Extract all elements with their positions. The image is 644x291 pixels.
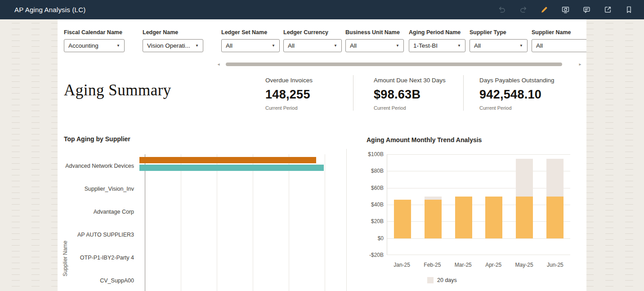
trend-x-axis: Jan-25Feb-25Mar-25Apr-25May-25Jun-25: [387, 262, 570, 268]
filter-ledger-currency: Ledger CurrencyAll▼: [283, 29, 342, 52]
redo-icon: [519, 6, 527, 13]
filter-aging-period-name: Aging Period Name1-Test-BI▼: [409, 29, 465, 52]
chevron-down-icon: ▼: [116, 44, 120, 48]
page-background: AP Aging Analysis (LC) Fiscal Calendar N…: [0, 0, 644, 291]
trend-y-tick: $100B: [368, 151, 384, 157]
trend-bar-group: [546, 159, 564, 238]
scrollbar-thumb[interactable]: [226, 63, 562, 66]
bookmark-icon: [625, 6, 633, 13]
filter-dropdown-aging-period-name[interactable]: 1-Test-BI▼: [409, 39, 465, 52]
trend-bar-segment-current[interactable]: [394, 200, 411, 238]
comments-button[interactable]: [582, 5, 591, 14]
supplier-category-label: Advanced Network Devices: [58, 163, 139, 169]
filter-dropdown-fiscal-calendar-name[interactable]: Accounting▼: [64, 39, 125, 52]
bookmark-button[interactable]: [624, 5, 633, 14]
filter-business-unit-name: Business Unit NameAll▼: [345, 29, 404, 52]
kpi-value: $98.63B: [374, 88, 463, 102]
kpi-value: 148,255: [265, 88, 353, 102]
export-button[interactable]: [603, 5, 612, 14]
trend-bar-group: [394, 200, 411, 238]
kpi-label: Amount Due Next 30 Days: [374, 77, 463, 84]
filter-supplier-name: Supplier NameAll▼: [532, 29, 586, 52]
trend-x-tick: Jan-25: [394, 262, 410, 268]
refresh-data-icon: [562, 6, 569, 13]
trend-legend: 20 days: [427, 277, 586, 283]
supplier-chart: Top Aging by Supplier Advanced Network D…: [58, 133, 346, 291]
chevron-down-icon: ▼: [519, 44, 523, 48]
filter-selected-value: Accounting: [68, 42, 114, 49]
scroll-left-icon[interactable]: ◂: [216, 62, 221, 67]
redo-button[interactable]: [519, 5, 528, 14]
filter-dropdown-business-unit-name[interactable]: All▼: [345, 39, 404, 52]
supplier-bar-overdue-amount[interactable]: [139, 165, 324, 171]
chevron-down-icon: ▼: [396, 44, 399, 48]
filter-label: Ledger Set Name: [221, 29, 280, 36]
refresh-data-button[interactable]: [561, 5, 570, 14]
trend-x-tick: Feb-25: [424, 262, 441, 268]
supplier-bar-aging-amount[interactable]: [139, 157, 316, 163]
trend-bar-segment-current[interactable]: [546, 197, 564, 238]
scroll-right-icon[interactable]: ▸: [577, 62, 583, 67]
app-header: AP Aging Analysis (LC): [0, 0, 644, 19]
kpi-amount-due-next-30-days: Amount Due Next 30 Days$98.63BCurrent Pe…: [353, 75, 463, 111]
trend-x-tick: Jun-25: [547, 262, 564, 268]
supplier-category-label: Supplier_Vision_Inv: [58, 186, 139, 192]
kpi-value: 942,548.10: [479, 88, 586, 102]
trend-bar-segment-current[interactable]: [455, 197, 472, 238]
supplier-row-bars: [139, 154, 346, 177]
trend-bar-segment-current[interactable]: [485, 197, 502, 238]
filter-fiscal-calendar-name: Fiscal Calendar NameAccounting▼: [64, 29, 125, 52]
kpi-days-payables-outstanding: Days Payables Outstanding942,548.10Curre…: [463, 75, 586, 111]
trend-chart: Aging Amount Monthly Trend Analysis $100…: [367, 136, 586, 283]
scrollbar-track[interactable]: [221, 61, 577, 67]
trend-bar-group: [425, 197, 442, 238]
kpi-overdue-invoices: Overdue Invoices148,255Current Period: [265, 75, 353, 111]
trend-y-tick: -$20B: [369, 252, 384, 258]
filter-dropdown-supplier-type[interactable]: All▼: [470, 39, 528, 52]
edit-button[interactable]: [540, 5, 549, 14]
supplier-chart-title: Top Aging by Supplier: [64, 135, 130, 143]
trend-x-tick: May-25: [515, 262, 533, 268]
trend-bar-group: [485, 197, 502, 238]
trend-bar-segment-current[interactable]: [516, 197, 533, 238]
trend-y-axis: $100B$80B$60B$40B$20B$0-$20B: [367, 154, 384, 255]
supplier-row-bars: [139, 246, 346, 269]
report-title: AP Aging Analysis (LC): [14, 6, 85, 13]
supplier-row: Supplier_Vision_Inv: [58, 177, 346, 200]
kpi-label: Days Payables Outstanding: [479, 77, 586, 84]
filter-ledger-name: Ledger NameVision Operati...▼: [143, 29, 203, 52]
trend-y-tick: $40B: [371, 201, 384, 208]
supplier-category-label: AP AUTO SUPPLIER3: [58, 232, 139, 238]
trend-bar-group: [455, 197, 472, 238]
supplier-row: Advantage Corp: [58, 200, 346, 223]
supplier-category-label: CV_SuppA00: [58, 278, 139, 284]
filter-dropdown-ledger-set-name[interactable]: All▼: [221, 39, 280, 52]
filter-label: Business Unit Name: [345, 29, 404, 36]
filter-scrollbar[interactable]: ◂ ▸: [216, 61, 583, 67]
supplier-row-bars: [139, 223, 346, 246]
filter-selected-value: All: [350, 42, 393, 49]
filter-dropdown-ledger-currency[interactable]: All▼: [283, 39, 342, 52]
filter-dropdown-ledger-name[interactable]: Vision Operati...▼: [143, 39, 203, 52]
trend-bar-segment-current[interactable]: [425, 200, 442, 238]
filter-selected-value: 1-Test-BI: [413, 42, 455, 49]
trend-bar-segment-20-days[interactable]: [546, 159, 564, 197]
undo-button[interactable]: [497, 5, 506, 14]
filter-label: Ledger Name: [143, 29, 203, 36]
supplier-rows: Advanced Network DevicesSupplier_Vision_…: [58, 154, 346, 291]
trend-bar-segment-20-days[interactable]: [516, 159, 533, 197]
filter-supplier-type: Supplier TypeAll▼: [470, 29, 528, 52]
supplier-row-bars: [139, 177, 346, 200]
legend-label: 20 days: [437, 277, 457, 283]
filter-selected-value: All: [226, 42, 269, 49]
trend-bar-segment-20-days[interactable]: [425, 197, 442, 200]
supplier-row: Advanced Network Devices: [58, 154, 346, 177]
trend-bar-group: [516, 159, 533, 238]
filter-selected-value: All: [288, 42, 331, 49]
dashboard-canvas: Fiscal Calendar NameAccounting▼Ledger Na…: [58, 19, 586, 291]
kpi-period-label: Current Period: [374, 105, 463, 111]
summary-title: Aging Summary: [64, 81, 171, 99]
filter-bar: Fiscal Calendar NameAccounting▼Ledger Na…: [64, 29, 586, 52]
filter-dropdown-supplier-name[interactable]: All▼: [532, 39, 586, 52]
legend-swatch: [427, 277, 434, 283]
